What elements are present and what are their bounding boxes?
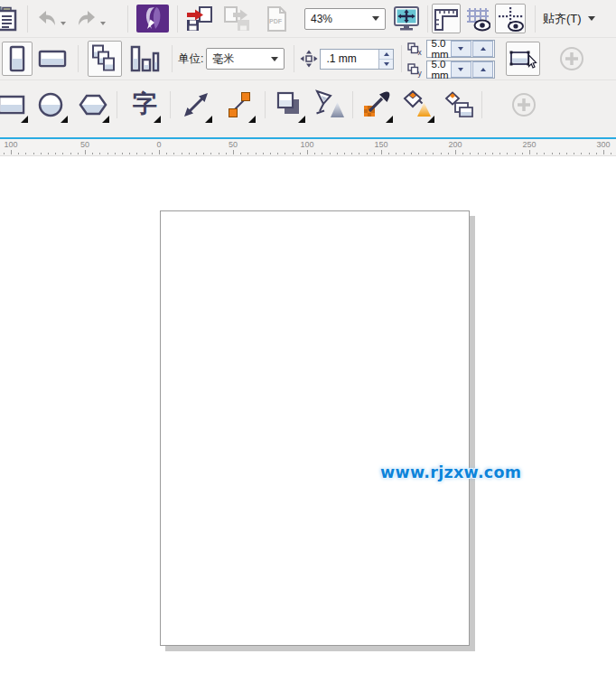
ruler-tick	[433, 153, 434, 154]
redo-button[interactable]	[73, 5, 100, 33]
ruler-tick	[270, 153, 271, 154]
ruler-tick	[611, 153, 611, 154]
nudge-offset-input[interactable]: .1 mm	[320, 49, 394, 70]
ruler-tick	[99, 153, 100, 154]
duplicate-y-input[interactable]: 5.0 mm	[426, 61, 495, 79]
undo-icon	[35, 9, 59, 29]
ruler-tick	[33, 153, 34, 154]
duplicate-distance-group: x 5.0 mm y 5.0 mm	[407, 40, 495, 79]
ruler-label: 50	[80, 140, 89, 149]
ruler-tick	[196, 153, 197, 154]
flyout-arrow-icon[interactable]	[427, 116, 434, 123]
ruler-tick	[4, 153, 5, 154]
application-launcher-button[interactable]	[135, 4, 170, 34]
ruler-tick	[462, 153, 463, 154]
ruler-tick	[404, 153, 405, 154]
ruler-tick	[159, 150, 160, 154]
flyout-arrow-icon[interactable]	[21, 116, 28, 123]
duplicate-x-input[interactable]: 5.0 mm	[426, 40, 495, 58]
horizontal-ruler[interactable]: 10050050100150200250300	[0, 137, 616, 156]
transparency-tool[interactable]	[313, 85, 349, 125]
document-page[interactable]	[160, 210, 470, 646]
duplicate-x-up[interactable]	[472, 41, 493, 57]
page-sorter-button[interactable]	[126, 41, 163, 77]
ruler-tick	[507, 153, 508, 154]
pan-button[interactable]	[391, 4, 422, 34]
rulers-icon	[434, 6, 459, 32]
ruler-tick	[455, 150, 456, 154]
flyout-arrow-icon[interactable]	[154, 116, 161, 123]
import-button[interactable]	[183, 4, 216, 34]
ruler-tick	[18, 153, 19, 154]
zoom-level-value: 43%	[311, 13, 332, 25]
rulers-toggle-button[interactable]	[432, 4, 461, 33]
coreldraw-window: PDF 43%	[0, 0, 616, 682]
duplicate-x-row: x 5.0 mm	[407, 40, 495, 58]
flyout-arrow-icon[interactable]	[298, 116, 305, 123]
ruler-tick	[396, 153, 397, 154]
duplicate-y-row: y 5.0 mm	[407, 61, 495, 79]
duplicate-y-dropdown[interactable]	[451, 61, 471, 78]
ruler-tick	[136, 153, 137, 154]
duplicate-y-up[interactable]	[472, 61, 493, 78]
export-icon	[222, 5, 253, 33]
ruler-label: 0	[156, 140, 161, 149]
text-tool[interactable]: 字	[126, 85, 163, 125]
export-button	[221, 4, 254, 34]
drawing-canvas[interactable]: www.rjzxw.com	[0, 156, 616, 682]
ruler-label: 150	[374, 140, 387, 149]
color-eyedropper-tool[interactable]	[359, 85, 395, 125]
ruler-tick	[448, 153, 449, 154]
paste-button[interactable]	[0, 4, 23, 34]
ruler-tick	[48, 153, 49, 154]
ruler-tick	[25, 153, 26, 154]
all-pages-button[interactable]	[88, 41, 122, 77]
watermark-text: www.rjzxw.com	[380, 463, 521, 481]
flyout-arrow-icon[interactable]	[205, 116, 212, 123]
ruler-tick	[277, 153, 278, 154]
ellipse-tool[interactable]	[33, 85, 70, 125]
flyout-arrow-icon[interactable]	[102, 116, 109, 123]
dropdown-caret-icon	[372, 16, 379, 21]
ruler-tick	[499, 153, 500, 154]
portrait-orientation-button[interactable]	[2, 42, 33, 76]
treat-as-filled-button[interactable]	[506, 42, 540, 76]
ruler-tick	[337, 153, 338, 154]
duplicate-y-icon: y	[407, 63, 424, 76]
ruler-tick	[566, 153, 567, 154]
fill-tool[interactable]	[398, 85, 436, 125]
interactive-fill-tool[interactable]	[442, 85, 476, 125]
grid-toggle-button[interactable]	[463, 4, 492, 33]
undo-button[interactable]	[33, 5, 61, 33]
flyout-arrow-icon[interactable]	[386, 116, 393, 123]
ruler-tick	[219, 153, 219, 154]
drop-shadow-tool[interactable]	[271, 85, 307, 125]
units-combobox[interactable]: 毫米	[206, 48, 285, 70]
undo-dropdown-caret[interactable]	[61, 22, 66, 25]
duplicate-x-dropdown[interactable]	[451, 41, 471, 57]
ruler-tick	[115, 153, 116, 154]
ruler-tick	[537, 153, 537, 154]
polygon-tool[interactable]	[75, 85, 111, 125]
ruler-tick	[182, 153, 182, 154]
ruler-tick	[374, 153, 375, 154]
snap-to-dropdown[interactable]: 贴齐(T)	[543, 11, 595, 27]
ruler-tick	[603, 150, 604, 154]
redo-dropdown-caret[interactable]	[100, 22, 106, 25]
landscape-orientation-button[interactable]	[34, 42, 70, 76]
dimension-tool[interactable]	[178, 85, 214, 125]
connector-tool[interactable]	[221, 85, 257, 125]
ruler-tick	[478, 153, 479, 154]
zoom-level-combobox[interactable]: 43%	[304, 8, 386, 30]
flyout-arrow-icon[interactable]	[248, 116, 256, 123]
nudge-offset-icon	[300, 50, 318, 68]
ruler-tick	[515, 153, 516, 154]
ruler-tick	[240, 153, 241, 154]
guidelines-toggle-button[interactable]	[495, 4, 526, 33]
ruler-tick	[293, 153, 294, 154]
nudge-spinner[interactable]	[378, 50, 393, 69]
flyout-arrow-icon[interactable]	[61, 116, 68, 123]
ruler-tick	[441, 153, 442, 154]
rectangle-tool[interactable]	[0, 85, 30, 125]
publish-pdf-button: PDF	[259, 4, 292, 34]
